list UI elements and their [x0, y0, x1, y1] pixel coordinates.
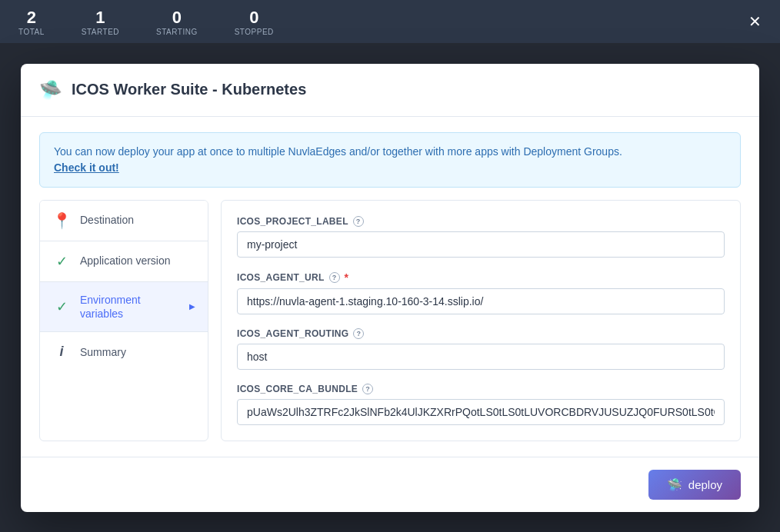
icos-agent-url-help-icon[interactable]: ? [329, 272, 340, 283]
form-field-icos-core-ca-bundle: ICOS_CORE_CA_BUNDLE ? [237, 384, 725, 425]
summary-icon: i [52, 343, 71, 361]
stat-total-label: TOTAL [18, 28, 45, 36]
stat-started: 1 STARTED [82, 8, 119, 36]
top-bar: 2 TOTAL 1 STARTED 0 STARTING 0 STOPPED ✕ [0, 0, 780, 43]
stat-total-number: 2 [27, 8, 36, 28]
close-button[interactable]: ✕ [748, 14, 762, 29]
stat-total: 2 TOTAL [18, 8, 45, 36]
icos-agent-routing-help-icon[interactable]: ? [353, 328, 364, 339]
form-field-icos-project-label: ICOS_PROJECT_LABEL ? [237, 216, 725, 258]
stat-starting-number: 0 [172, 8, 182, 28]
destination-label: Destination [80, 213, 134, 227]
form-field-icos-agent-url: ICOS_AGENT_URL ? * [237, 271, 725, 314]
form-field-icos-agent-routing: ICOS_AGENT_ROUTING ? [237, 328, 725, 370]
destination-icon: 📍 [52, 211, 71, 230]
form-area: ICOS_PROJECT_LABEL ? ICOS_AGENT_URL ? * … [221, 200, 741, 441]
info-banner: You can now deploy your app at once to m… [39, 132, 741, 188]
modal-header: 🛸 ICOS Worker Suite - Kubernetes [21, 64, 759, 117]
banner-link[interactable]: Check it out! [54, 161, 119, 174]
modal-header-icon: 🛸 [39, 79, 62, 101]
application-version-label: Application version [80, 254, 171, 268]
icos-agent-routing-input[interactable] [237, 344, 725, 370]
modal-body: You can now deploy your app at once to m… [21, 117, 759, 457]
icos-core-ca-bundle-help-icon[interactable]: ? [362, 384, 373, 394]
icos-project-label-input[interactable] [237, 231, 725, 258]
stat-started-label: STARTED [82, 28, 119, 36]
content-area: 📍 Destination ✓ Application version ✓ En… [39, 200, 741, 441]
icos-project-label-help-icon[interactable]: ? [353, 216, 364, 227]
step-item-destination[interactable]: 📍 Destination [40, 201, 208, 241]
stat-starting-label: STARTING [156, 28, 198, 36]
icos-agent-url-input[interactable] [237, 288, 725, 314]
icos-project-label-label: ICOS_PROJECT_LABEL ? [237, 216, 725, 227]
deploy-label: deploy [688, 478, 722, 491]
modal-dialog: 🛸 ICOS Worker Suite - Kubernetes You can… [21, 64, 759, 512]
stat-starting: 0 STARTING [156, 8, 198, 36]
icos-core-ca-bundle-input[interactable] [237, 399, 725, 425]
steps-sidebar: 📍 Destination ✓ Application version ✓ En… [39, 200, 208, 441]
modal-footer: 🛸 deploy [21, 457, 759, 512]
step-item-application-version[interactable]: ✓ Application version [40, 241, 208, 282]
modal-title: ICOS Worker Suite - Kubernetes [72, 81, 306, 98]
deploy-icon: 🛸 [667, 477, 682, 492]
summary-label: Summary [80, 345, 126, 359]
modal-overlay: 🛸 ICOS Worker Suite - Kubernetes You can… [0, 43, 780, 532]
stat-stopped-label: STOPPED [235, 28, 274, 36]
banner-text: You can now deploy your app at once to m… [54, 145, 622, 158]
stat-stopped: 0 STOPPED [235, 8, 274, 36]
stat-started-number: 1 [95, 8, 105, 28]
environment-variables-icon: ✓ [52, 298, 71, 316]
deploy-button[interactable]: 🛸 deploy [648, 470, 741, 500]
step-item-summary[interactable]: i Summary [40, 332, 208, 372]
page-background: 🛸 ICOS Worker Suite - Kubernetes You can… [0, 43, 780, 532]
icos-core-ca-bundle-label: ICOS_CORE_CA_BUNDLE ? [237, 384, 725, 394]
icos-agent-url-label: ICOS_AGENT_URL ? * [237, 271, 725, 284]
icos-agent-routing-label: ICOS_AGENT_ROUTING ? [237, 328, 725, 339]
environment-variables-label: Environment variables [80, 293, 180, 321]
application-version-icon: ✓ [52, 252, 71, 271]
stat-stopped-number: 0 [249, 8, 258, 28]
required-indicator: * [345, 271, 349, 284]
step-item-environment-variables[interactable]: ✓ Environment variables [40, 282, 208, 332]
